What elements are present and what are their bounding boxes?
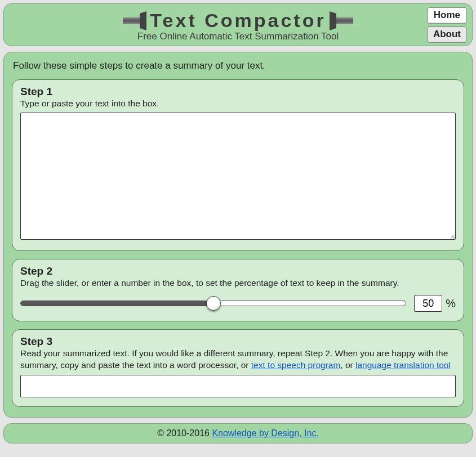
percent-input[interactable] [414, 295, 442, 312]
site-title: Text Compactor [149, 10, 327, 32]
footer: © 2010-2016 Knowledge by Design, Inc. [3, 423, 473, 443]
title-wrap: Text Compactor Free Online Automatic Tex… [12, 10, 464, 42]
tts-link[interactable]: text to speech program [251, 360, 341, 370]
footer-link[interactable]: Knowledge by Design, Inc. [212, 428, 318, 438]
output-box[interactable] [20, 375, 456, 397]
main-panel: Follow these simple steps to create a su… [3, 52, 473, 418]
speaker-right-icon [327, 11, 354, 30]
step-1-title: Step 1 [20, 86, 456, 98]
translation-link[interactable]: language translation tool [355, 360, 451, 370]
home-link[interactable]: Home [428, 7, 466, 24]
percent-sign: % [446, 297, 456, 310]
step-3-title: Step 3 [20, 335, 456, 348]
step-2-title: Step 2 [20, 265, 456, 277]
input-textarea[interactable] [20, 113, 456, 240]
speaker-left-icon [122, 11, 149, 30]
copyright-text: © 2010-2016 [157, 428, 212, 438]
nav-box: Home About [428, 7, 466, 46]
step-1: Step 1 Type or paste your text into the … [12, 79, 464, 252]
svg-rect-3 [336, 17, 353, 24]
svg-marker-2 [330, 11, 336, 30]
svg-marker-1 [140, 11, 146, 30]
tagline: Free Online Automatic Text Summarization… [12, 31, 464, 42]
slider-thumb[interactable] [206, 296, 221, 311]
intro-text: Follow these simple steps to create a su… [13, 60, 464, 71]
step-2: Step 2 Drag the slider, or enter a numbe… [12, 259, 464, 321]
percent-slider[interactable] [20, 295, 406, 311]
step-3-desc: Read your summarized text. If you would … [20, 348, 456, 371]
slider-fill [21, 301, 213, 306]
header: Home About Text Compactor [3, 3, 473, 46]
svg-rect-0 [123, 17, 140, 24]
about-link[interactable]: About [428, 26, 466, 43]
step-1-desc: Type or paste your text into the box. [20, 98, 456, 110]
step-2-desc: Drag the slider, or enter a number in th… [20, 277, 456, 289]
step-3-desc-mid: , or [340, 360, 355, 370]
step-3: Step 3 Read your summarized text. If you… [12, 329, 464, 407]
